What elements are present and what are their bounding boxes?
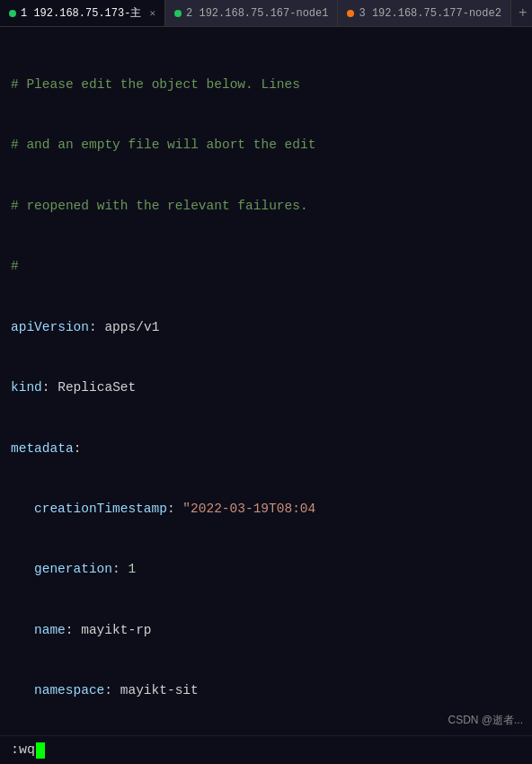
line-2: # and an empty file will abort the edit: [0, 135, 532, 155]
line-7-key: metadata: [11, 439, 74, 458]
line-2-text: # and an empty file will abort the edit: [11, 135, 315, 155]
line-3-text: # reopened with the relevant failures.: [11, 196, 308, 216]
line-11-key: namespace: [34, 680, 104, 700]
line-5-val: apps/v1: [104, 317, 159, 337]
tab-2-label: 2 192.168.75.167-node1: [186, 7, 328, 20]
line-6: kind : ReplicaSet: [0, 378, 532, 398]
tab-3-label: 3 192.168.75.177-node2: [359, 7, 501, 20]
add-tab-button[interactable]: +: [511, 0, 532, 26]
code-content: # Please edit the object below. Lines # …: [0, 27, 532, 735]
line-10-val: mayikt-rp: [81, 620, 151, 640]
cursor: [36, 742, 45, 759]
line-8: creationTimestamp : "2022-03-19T08:04: [0, 499, 532, 520]
line-6-key: kind: [11, 378, 42, 397]
line-1: # Please edit the object below. Lines: [0, 75, 532, 95]
line-9-key: generation: [34, 559, 112, 579]
tab-1-dot: [9, 10, 16, 17]
line-8-key: creationTimestamp: [34, 499, 167, 519]
command-line: :wq: [0, 735, 532, 764]
line-3: # reopened with the relevant failures.: [0, 196, 532, 217]
line-11: namespace : mayikt-sit: [0, 680, 532, 701]
line-6-val: ReplicaSet: [58, 378, 136, 397]
line-10-key: name: [34, 620, 66, 640]
line-8-val: "2022-03-19T08:04: [182, 499, 315, 519]
line-4-text: #: [11, 256, 19, 276]
watermark: CSDN @逝者...: [448, 713, 523, 728]
tab-bar: 1 192.168.75.173-主 ✕ 2 192.168.75.167-no…: [0, 0, 532, 27]
editor-area: # Please edit the object below. Lines # …: [0, 27, 532, 735]
command-text: :wq: [11, 742, 35, 758]
tab-2[interactable]: 2 192.168.75.167-node1: [165, 0, 338, 26]
tab-3-dot: [347, 10, 354, 17]
line-7: metadata :: [0, 439, 532, 459]
line-5: apiVersion : apps/v1: [0, 317, 532, 338]
tab-1-label: 1 192.168.75.173-主: [21, 5, 141, 21]
line-11-val: mayikt-sit: [120, 680, 199, 700]
tab-3[interactable]: 3 192.168.75.177-node2: [338, 0, 510, 26]
terminal-window: 1 192.168.75.173-主 ✕ 2 192.168.75.167-no…: [0, 0, 532, 764]
line-4: #: [0, 256, 532, 277]
line-9-val: 1: [128, 559, 136, 579]
tab-1-close[interactable]: ✕: [149, 7, 155, 19]
tab-1[interactable]: 1 192.168.75.173-主 ✕: [0, 0, 165, 26]
line-5-key: apiVersion: [11, 317, 89, 337]
line-10: name : mayikt-rp: [0, 620, 532, 641]
line-9: generation : 1: [0, 559, 532, 580]
tab-2-dot: [174, 10, 182, 17]
line-1-text: # Please edit the object below. Lines: [11, 75, 300, 94]
